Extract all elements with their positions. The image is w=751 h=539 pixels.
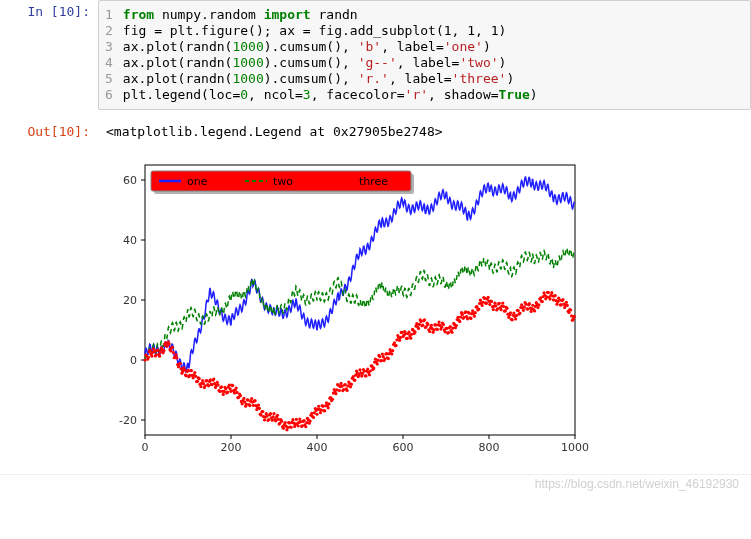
svg-point-476	[533, 309, 536, 312]
code-editor[interactable]: 1 2 3 4 5 6 from numpy.random import ran…	[98, 0, 751, 110]
svg-point-125	[231, 384, 234, 387]
svg-point-145	[248, 404, 251, 407]
svg-point-352	[426, 323, 429, 326]
svg-point-129	[235, 386, 238, 389]
svg-point-422	[487, 296, 490, 299]
svg-point-426	[490, 300, 493, 303]
svg-point-114	[222, 393, 225, 396]
svg-text:one: one	[187, 175, 208, 188]
svg-point-147	[250, 397, 253, 400]
svg-text:40: 40	[123, 234, 137, 247]
svg-point-310	[390, 352, 393, 355]
output-figure: 02004006008001000-200204060onetwothree	[90, 150, 751, 470]
svg-point-450	[511, 318, 514, 321]
svg-point-452	[512, 311, 515, 314]
svg-text:400: 400	[307, 441, 328, 454]
svg-text:three: three	[359, 175, 388, 188]
svg-point-258	[346, 389, 349, 392]
svg-point-225	[317, 405, 320, 408]
svg-point-29	[149, 349, 152, 352]
output-cell: Out[10]: <matplotlib.legend.Legend at 0x…	[0, 120, 751, 144]
svg-point-151	[253, 399, 256, 402]
svg-point-485	[541, 300, 544, 303]
svg-point-500	[554, 294, 557, 297]
svg-point-208	[303, 419, 306, 422]
svg-point-55	[171, 346, 174, 349]
code-lines: from numpy.random import randn fig = plt…	[123, 7, 538, 103]
svg-point-348	[423, 318, 426, 321]
svg-point-184	[282, 427, 285, 430]
svg-point-365	[438, 320, 441, 323]
svg-point-173	[272, 412, 275, 415]
svg-point-56	[172, 351, 175, 354]
svg-point-363	[436, 328, 439, 331]
svg-point-415	[481, 304, 484, 307]
svg-point-463	[522, 309, 525, 312]
svg-point-428	[492, 308, 495, 311]
svg-point-319	[398, 339, 401, 342]
svg-point-481	[537, 303, 540, 306]
svg-point-59	[174, 353, 177, 356]
svg-point-162	[263, 418, 266, 421]
svg-text:200: 200	[221, 441, 242, 454]
svg-point-296	[378, 355, 381, 358]
svg-point-459	[518, 312, 521, 315]
svg-point-38	[156, 348, 159, 351]
svg-point-370	[442, 323, 445, 326]
svg-point-156	[258, 407, 261, 410]
svg-point-518	[569, 308, 572, 311]
svg-text:0: 0	[142, 441, 149, 454]
svg-point-496	[550, 291, 553, 294]
svg-point-177	[276, 414, 279, 417]
svg-point-210	[304, 425, 307, 428]
svg-point-444	[505, 307, 508, 310]
svg-point-108	[217, 383, 220, 386]
separator	[0, 474, 751, 475]
svg-point-311	[391, 349, 394, 352]
svg-point-169	[269, 412, 272, 415]
line-number-gutter: 1 2 3 4 5 6	[105, 7, 123, 103]
svg-point-435	[498, 302, 501, 305]
svg-point-31	[150, 355, 153, 358]
svg-point-27	[147, 356, 150, 359]
svg-point-249	[338, 389, 341, 392]
in-prompt: In [10]:	[0, 0, 98, 20]
svg-point-522	[573, 315, 576, 318]
svg-point-480	[536, 306, 539, 309]
svg-point-90	[201, 379, 204, 382]
svg-point-514	[566, 304, 569, 307]
svg-point-492	[547, 291, 550, 294]
svg-point-341	[417, 327, 420, 330]
svg-point-306	[387, 357, 390, 360]
svg-point-420	[485, 302, 488, 305]
svg-point-232	[323, 409, 326, 412]
svg-point-402	[469, 317, 472, 320]
svg-point-45	[162, 349, 165, 352]
svg-point-86	[198, 377, 201, 380]
svg-point-354	[428, 330, 431, 333]
svg-point-406	[473, 315, 476, 318]
svg-point-199	[295, 418, 298, 421]
svg-point-513	[565, 301, 568, 304]
svg-point-385	[455, 324, 458, 327]
svg-text:800: 800	[479, 441, 500, 454]
watermark: https://blog.csdn.net/weixin_46192930	[0, 477, 751, 491]
svg-point-182	[280, 420, 283, 423]
svg-point-103	[212, 377, 215, 380]
svg-point-284	[368, 373, 371, 376]
svg-point-282	[366, 368, 369, 371]
svg-point-251	[339, 382, 342, 385]
svg-point-241	[331, 398, 334, 401]
svg-point-356	[430, 324, 433, 327]
svg-point-376	[447, 331, 450, 334]
svg-point-424	[488, 303, 491, 306]
svg-point-407	[474, 311, 477, 314]
svg-point-346	[421, 324, 424, 327]
svg-point-332	[409, 337, 412, 340]
svg-point-245	[334, 392, 337, 395]
svg-point-77	[190, 369, 193, 372]
svg-point-267	[353, 379, 356, 382]
svg-point-155	[257, 403, 260, 406]
svg-point-509	[561, 298, 564, 301]
svg-point-472	[530, 310, 533, 313]
